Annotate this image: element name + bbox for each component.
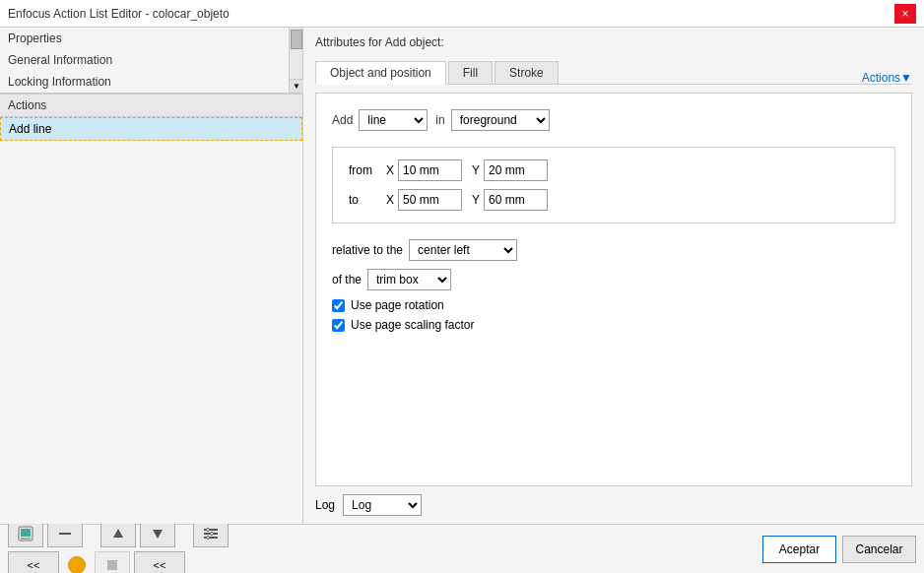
stop-icon bbox=[106, 559, 118, 571]
cancelar-button[interactable]: Cancelar bbox=[842, 536, 916, 563]
title-bar: Enfocus Action List Editor - colocar_obj… bbox=[0, 0, 924, 28]
properties-section: Properties General Information Locking I… bbox=[0, 28, 302, 94]
in-label: in bbox=[435, 113, 444, 127]
relative-row: relative to the center left top left top… bbox=[332, 239, 895, 261]
of-the-label: of the bbox=[332, 273, 362, 286]
add-select[interactable]: line bbox=[359, 109, 428, 131]
attributes-header: Attributes for Add object: bbox=[315, 35, 444, 49]
svg-rect-2 bbox=[21, 538, 31, 540]
right-panel: Attributes for Add object: Actions▼ Obje… bbox=[303, 28, 924, 524]
svg-rect-3 bbox=[59, 533, 71, 535]
svg-rect-12 bbox=[107, 560, 117, 570]
svg-point-11 bbox=[207, 536, 210, 539]
window-title: Enfocus Action List Editor - colocar_obj… bbox=[8, 7, 230, 21]
properties-scrollbar[interactable]: ▼ bbox=[289, 28, 302, 93]
action-item-add-line[interactable]: Add line bbox=[0, 117, 302, 141]
svg-rect-1 bbox=[21, 529, 31, 537]
from-y-input[interactable] bbox=[484, 159, 548, 181]
of-the-select[interactable]: trim box media box bleed box crop box bbox=[367, 269, 451, 290]
settings-icon bbox=[203, 526, 219, 541]
from-x-input[interactable] bbox=[398, 159, 462, 181]
status-indicator bbox=[63, 551, 91, 574]
orange-status-icon bbox=[68, 556, 86, 574]
properties-item-locking[interactable]: Locking Information bbox=[0, 71, 289, 93]
scrollbar-down-arrow[interactable]: ▼ bbox=[290, 79, 303, 93]
log-select[interactable]: Log Warning Error bbox=[343, 494, 422, 516]
left-panel: Properties General Information Locking I… bbox=[0, 28, 303, 524]
from-y-label: Y bbox=[472, 163, 480, 177]
relative-label: relative to the bbox=[332, 243, 403, 257]
svg-point-9 bbox=[207, 528, 210, 531]
actions-list: Add line bbox=[0, 117, 302, 524]
tabs-container: Object and position Fill Stroke bbox=[315, 61, 912, 85]
of-the-row: of the trim box media box bleed box crop… bbox=[332, 269, 895, 290]
add-in-row: Add line in foreground background bbox=[332, 109, 895, 131]
add-icon bbox=[18, 526, 33, 541]
to-row: to X Y bbox=[349, 189, 879, 211]
in-select[interactable]: foreground background bbox=[451, 109, 550, 131]
relative-select[interactable]: center left top left top center top righ… bbox=[409, 239, 517, 261]
tab-stroke[interactable]: Stroke bbox=[495, 61, 559, 84]
use-page-rotation-row: Use page rotation bbox=[332, 298, 895, 312]
from-label: from bbox=[349, 163, 386, 177]
stop-button[interactable] bbox=[95, 551, 130, 574]
add-label: Add bbox=[332, 113, 353, 127]
use-page-scaling-label: Use page scaling factor bbox=[351, 318, 474, 332]
content-area: Add line in foreground background from X… bbox=[315, 93, 912, 486]
down-arrow-icon bbox=[152, 528, 164, 540]
to-y-label: Y bbox=[472, 193, 480, 207]
use-page-rotation-checkbox[interactable] bbox=[332, 299, 345, 312]
up-arrow-icon bbox=[112, 528, 124, 540]
actions-header: Actions bbox=[0, 94, 302, 117]
properties-item-general[interactable]: General Information bbox=[0, 49, 289, 71]
scrollbar-thumb[interactable] bbox=[291, 30, 302, 49]
toolbar-left: << << bbox=[8, 520, 229, 574]
minus-icon bbox=[57, 526, 73, 541]
to-label: to bbox=[349, 193, 386, 207]
use-page-scaling-checkbox[interactable] bbox=[332, 319, 345, 332]
log-label: Log bbox=[315, 498, 335, 512]
use-page-rotation-label: Use page rotation bbox=[351, 298, 444, 312]
actions-dropdown-link[interactable]: Actions▼ bbox=[862, 71, 912, 85]
svg-marker-4 bbox=[113, 529, 123, 538]
from-x-label: X bbox=[386, 163, 394, 177]
bottom-toolbar: << << Aceptar Cancelar bbox=[0, 524, 924, 573]
double-left-button[interactable]: << bbox=[8, 551, 59, 574]
tab-object-position[interactable]: Object and position bbox=[315, 61, 446, 85]
from-to-section: from X Y to X Y bbox=[332, 147, 895, 223]
close-button[interactable]: × bbox=[894, 4, 916, 24]
use-page-scaling-row: Use page scaling factor bbox=[332, 318, 895, 332]
to-x-label: X bbox=[386, 193, 394, 207]
tab-fill[interactable]: Fill bbox=[448, 61, 493, 84]
toolbar-right: Aceptar Cancelar bbox=[762, 536, 916, 563]
from-row: from X Y bbox=[349, 159, 879, 181]
double-left-button-2[interactable]: << bbox=[134, 551, 185, 574]
right-header-row: Attributes for Add object: Actions▼ bbox=[315, 35, 912, 55]
properties-item-properties[interactable]: Properties bbox=[0, 28, 289, 49]
svg-marker-5 bbox=[153, 530, 163, 539]
svg-point-10 bbox=[211, 532, 214, 535]
aceptar-button[interactable]: Aceptar bbox=[762, 536, 836, 563]
log-row: Log Log Warning Error bbox=[315, 486, 912, 516]
to-y-input[interactable] bbox=[484, 189, 548, 211]
to-x-input[interactable] bbox=[398, 189, 462, 211]
